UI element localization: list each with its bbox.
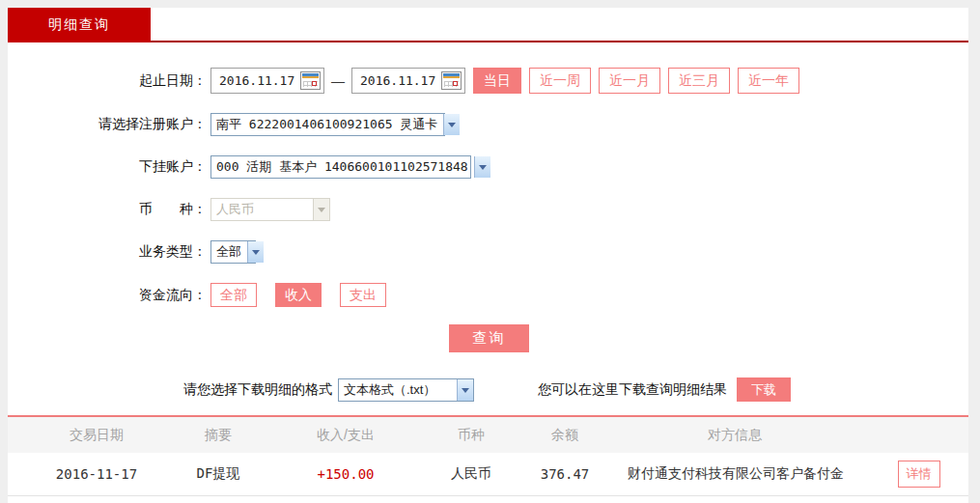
sub-account-label: 下挂账户： — [8, 158, 210, 176]
download-format-label: 请您选择下载明细的格式 — [183, 381, 332, 399]
content-panel: 明细查询 起止日期： 2016.11.17 — 2016.11.17 当日 近一… — [8, 8, 968, 503]
date-range-row: 起止日期： 2016.11.17 — 2016.11.17 当日 近一周 近一月… — [8, 68, 968, 94]
query-button-row: 查询 — [8, 324, 968, 352]
end-date-input[interactable]: 2016.11.17 — [351, 68, 465, 94]
currency-row: 币 种： 人民币 — [8, 198, 968, 221]
currency-label: 币 种： — [8, 201, 210, 218]
download-button[interactable]: 下载 — [737, 377, 791, 402]
start-date-value: 2016.11.17 — [219, 73, 294, 88]
quick-range-month-button[interactable]: 近一月 — [599, 68, 660, 94]
quick-range-week-button[interactable]: 近一周 — [529, 68, 591, 94]
calendar-dot — [453, 81, 458, 86]
business-type-label: 业务类型： — [8, 243, 210, 261]
quick-range-3month-button[interactable]: 近三月 — [668, 68, 730, 94]
cell-currency: 人民币 — [440, 465, 502, 483]
results-table: 交易日期 摘要 收入/支出 币种 余额 对方信息 2016-11-17 DF提现… — [8, 415, 968, 496]
register-account-label: 请选择注册账户： — [8, 116, 210, 133]
header-balance: 余额 — [502, 427, 628, 444]
fund-flow-expense-button[interactable]: 支出 — [340, 283, 386, 307]
start-date-input[interactable]: 2016.11.17 — [210, 68, 324, 94]
currency-value: 人民币 — [216, 201, 313, 218]
calendar-icon[interactable] — [441, 71, 462, 90]
chevron-down-icon[interactable] — [474, 156, 490, 178]
chevron-down-icon[interactable] — [457, 379, 473, 401]
header-counterparty: 对方信息 — [628, 427, 842, 444]
table-header-row: 交易日期 摘要 收入/支出 币种 余额 对方信息 — [8, 417, 968, 453]
header-summary: 摘要 — [185, 427, 251, 444]
currency-select: 人民币 — [210, 198, 330, 221]
end-date-value: 2016.11.17 — [360, 73, 435, 88]
query-form: 起止日期： 2016.11.17 — 2016.11.17 当日 近一周 近一月… — [8, 42, 968, 402]
date-range-label: 起止日期： — [8, 72, 210, 90]
sub-account-row: 下挂账户： 000 活期 基本户 1406600101102571848 — [8, 155, 968, 179]
fund-flow-row: 资金流向： 全部 收入 支出 — [8, 283, 968, 307]
register-account-row: 请选择注册账户： 南平 6222001406100921065 灵通卡 — [8, 113, 968, 136]
download-hint: 您可以在这里下载查询明细结果 — [538, 381, 727, 399]
fund-flow-all-button[interactable]: 全部 — [210, 283, 257, 307]
cell-summary: DF提现 — [185, 465, 251, 483]
register-account-select[interactable]: 南平 6222001406100921065 灵通卡 — [210, 113, 445, 136]
quick-range-year-button[interactable]: 近一年 — [738, 68, 799, 94]
fund-flow-label: 资金流向： — [8, 287, 210, 304]
quick-range-today-button[interactable]: 当日 — [473, 68, 521, 94]
fund-flow-income-button[interactable]: 收入 — [275, 283, 322, 307]
register-account-value: 南平 6222001406100921065 灵通卡 — [216, 116, 443, 133]
sub-account-value: 000 活期 基本户 1406600101102571848 — [216, 158, 474, 176]
date-separator: — — [331, 73, 345, 89]
business-type-row: 业务类型： 全部 — [8, 240, 968, 264]
detail-button[interactable]: 详情 — [898, 461, 940, 488]
download-row: 请您选择下载明细的格式 文本格式（.txt） 您可以在这里下载查询明细结果 下载 — [8, 377, 968, 402]
header-amount: 收入/支出 — [251, 427, 440, 444]
calendar-dot — [312, 81, 317, 86]
download-format-value: 文本格式（.txt） — [344, 381, 457, 399]
tab-label: 明细查询 — [48, 16, 110, 34]
chevron-down-icon[interactable] — [247, 241, 264, 263]
table-row: 2016-11-17 DF提现 +150.00 人民币 376.47 财付通支付… — [8, 453, 968, 496]
header-date: 交易日期 — [8, 427, 185, 444]
business-type-select[interactable]: 全部 — [210, 240, 256, 264]
cell-balance: 376.47 — [502, 466, 628, 482]
query-button[interactable]: 查询 — [449, 324, 529, 352]
header-currency: 币种 — [440, 427, 502, 444]
cell-actions: 详情 — [842, 461, 968, 488]
tab-detail-query[interactable]: 明细查询 — [8, 8, 151, 42]
business-type-value: 全部 — [216, 243, 247, 261]
cell-counterparty: 财付通支付科技有限公司客户备付金 — [628, 465, 842, 483]
cell-amount: +150.00 — [251, 466, 440, 482]
tab-bar: 明细查询 — [8, 8, 968, 42]
chevron-down-icon[interactable] — [443, 114, 460, 135]
cell-date: 2016-11-17 — [8, 466, 185, 482]
chevron-down-icon — [313, 199, 329, 220]
sub-account-select[interactable]: 000 活期 基本户 1406600101102571848 — [210, 155, 471, 179]
download-format-select[interactable]: 文本格式（.txt） — [338, 378, 474, 402]
calendar-icon[interactable] — [300, 71, 321, 90]
